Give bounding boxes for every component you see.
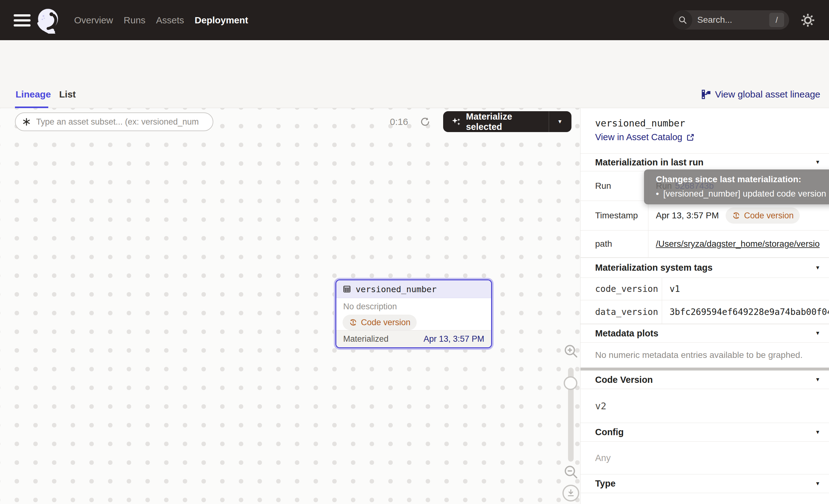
nav-item-runs[interactable]: Runs	[123, 15, 145, 26]
section-materialization-in-last-run[interactable]: Materialization in last run ▼	[580, 153, 829, 171]
row-run-label: Run	[580, 171, 648, 201]
settings-gear-icon[interactable]	[800, 12, 816, 28]
zoom-in-button[interactable]	[563, 343, 579, 359]
row-data-version-tag: data_version 3bfc269594ef649228e9a74bab0…	[580, 300, 829, 324]
asset-node-description: No description	[343, 302, 491, 312]
zoom-slider-handle[interactable]	[564, 376, 577, 390]
search-icon	[673, 10, 692, 30]
metadata-empty-message: No numeric metadata entries available to…	[595, 343, 802, 367]
caret-down-icon: ▼	[815, 265, 820, 271]
tab-list[interactable]: List	[59, 89, 76, 100]
lineage-canvas[interactable]	[0, 108, 580, 504]
tag-data-version-label: data_version	[580, 300, 662, 324]
tag-code-version-value: v1	[662, 278, 829, 300]
download-image-button[interactable]	[563, 485, 579, 502]
hamburger-menu-icon[interactable]	[14, 14, 31, 27]
code-version-changed-icon	[732, 211, 741, 220]
dagster-logo-icon[interactable]	[35, 6, 62, 34]
code-version-changed-icon	[349, 318, 358, 327]
asset-subset-input[interactable]	[36, 117, 205, 127]
materialized-timestamp-link[interactable]: Apr 13, 3:57 PM	[424, 334, 484, 344]
code-version-badge[interactable]: Code version	[343, 315, 417, 330]
section-metadata-plots[interactable]: Metadata plots ▼	[580, 324, 829, 343]
path-value-link[interactable]: /Users/sryza/dagster_home/storage/versio	[656, 239, 820, 249]
caret-down-icon: ▼	[815, 159, 820, 166]
zoom-out-button[interactable]	[563, 464, 579, 480]
page-header: default Asset Group in vanilla_asset_wit…	[0, 40, 829, 82]
materialize-selected-button[interactable]: Materialize selected ▼	[443, 111, 572, 132]
view-tabs-bar: Lineage List View global asset lineage	[0, 82, 829, 108]
dagster-app: Overview Runs Assets Deployment /	[0, 0, 829, 504]
nav-item-overview[interactable]: Overview	[74, 15, 113, 26]
row-timestamp-label: Timestamp	[580, 201, 648, 230]
global-search[interactable]: /	[673, 10, 789, 30]
table-icon	[343, 285, 351, 293]
config-value: Any	[595, 442, 611, 474]
tooltip-title: Changes since last materialization:	[656, 174, 829, 184]
code-version-badge[interactable]: Code version	[726, 208, 800, 224]
caret-down-icon: ▼	[815, 481, 820, 487]
sparkle-icon	[451, 117, 461, 127]
refresh-icon[interactable]	[420, 116, 430, 127]
view-global-asset-lineage-link[interactable]: View global asset lineage	[701, 89, 820, 100]
row-timestamp-value: Apr 13, 3:57 PM Code version	[648, 201, 829, 230]
caret-down-icon: ▼	[815, 330, 820, 336]
asset-node-versioned-number[interactable]: versioned_number No description Code ver…	[335, 279, 492, 348]
lineage-graph-icon	[701, 89, 711, 100]
nav-links: Overview Runs Assets Deployment	[74, 0, 248, 40]
section-config[interactable]: Config ▼	[580, 423, 829, 442]
search-input[interactable]	[697, 15, 760, 25]
row-timestamp: Timestamp Apr 13, 3:57 PM Code version	[580, 201, 829, 230]
section-type[interactable]: Type ▼	[580, 474, 829, 493]
nav-item-assets[interactable]: Assets	[156, 15, 184, 26]
section-code-version[interactable]: Code Version ▼	[580, 370, 829, 389]
tab-lineage[interactable]: Lineage	[15, 89, 51, 100]
view-in-asset-catalog-link[interactable]: View in Asset Catalog	[595, 132, 695, 142]
tooltip-change-item: • [versioned_number] updated code versio…	[656, 189, 829, 199]
refresh-countdown: 0:16	[390, 112, 408, 131]
tag-code-version-label: code_version	[580, 278, 662, 300]
asset-node-title: versioned_number	[356, 284, 437, 294]
external-link-icon	[686, 133, 695, 142]
materialized-status-label: Materialized	[343, 334, 389, 344]
row-path: path /Users/sryza/dagster_home/storage/v…	[580, 230, 829, 258]
search-shortcut-key: /	[769, 13, 784, 27]
row-path-label: path	[580, 230, 648, 257]
tag-data-version-value: 3bfc269594ef649228e9a74bab00f04	[662, 300, 829, 324]
asset-subset-filter[interactable]	[15, 112, 213, 131]
code-version-value: v2	[595, 389, 606, 423]
section-materialization-system-tags[interactable]: Materialization system tags ▼	[580, 258, 829, 278]
materialize-options-caret[interactable]: ▼	[549, 119, 571, 125]
row-code-version-tag: code_version v1	[580, 278, 829, 300]
nav-item-deployment[interactable]: Deployment	[195, 15, 248, 26]
asset-node-header: versioned_number	[336, 280, 491, 298]
asset-node-footer: Materialized Apr 13, 3:57 PM	[336, 330, 491, 347]
caret-down-icon: ▼	[815, 376, 820, 383]
op-selector-icon	[22, 117, 31, 127]
panel-asset-title: versioned_number	[595, 118, 685, 129]
changes-since-materialization-tooltip: Changes since last materialization: • [v…	[644, 170, 829, 204]
bullet: •	[656, 189, 659, 199]
caret-down-icon: ▼	[815, 429, 820, 435]
top-nav: Overview Runs Assets Deployment /	[0, 0, 829, 40]
panel-scrollbar[interactable]	[580, 367, 829, 370]
